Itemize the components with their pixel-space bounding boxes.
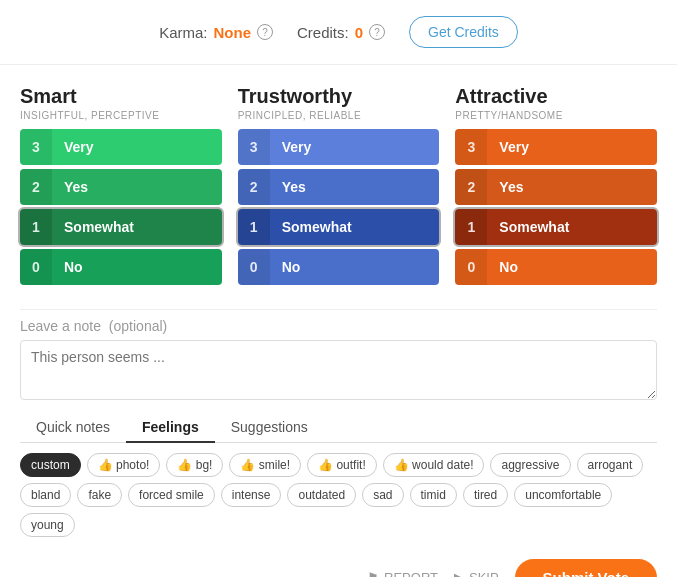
tabs-container: Quick notes Feelings Suggestions	[20, 413, 657, 443]
footer: ⚑ REPORT ▶ SKIP Submit Vote	[0, 545, 677, 577]
report-button[interactable]: ⚑ REPORT	[367, 570, 438, 577]
smart-somewhat-label: Somewhat	[52, 219, 222, 235]
trust-no-button[interactable]: 0 No	[238, 249, 440, 285]
smart-somewhat-button[interactable]: 1 Somewhat	[20, 209, 222, 245]
attractive-subtitle: PRETTY/HANDSOME	[455, 110, 657, 121]
tag-outdated[interactable]: outdated	[287, 483, 356, 507]
credits-label: Credits:	[297, 24, 349, 41]
optional-text: (optional)	[109, 318, 167, 334]
karma-help-icon[interactable]: ?	[257, 24, 273, 40]
tag-aggressive[interactable]: aggressive	[490, 453, 570, 477]
trust-very-label: Very	[270, 139, 440, 155]
tag-timid[interactable]: timid	[410, 483, 457, 507]
tab-feelings[interactable]: Feelings	[126, 413, 215, 443]
trustworthy-title: Trustworthy	[238, 85, 440, 108]
trust-yes-button[interactable]: 2 Yes	[238, 169, 440, 205]
tab-suggestions[interactable]: Suggestions	[215, 413, 324, 443]
smart-no-num: 0	[20, 249, 52, 285]
attract-no-button[interactable]: 0 No	[455, 249, 657, 285]
submit-vote-button[interactable]: Submit Vote	[515, 559, 657, 577]
credits-value: 0	[355, 24, 363, 41]
smart-subtitle: INSIGHTFUL, PERCEPTIVE	[20, 110, 222, 121]
trust-yes-label: Yes	[270, 179, 440, 195]
smart-no-label: No	[52, 259, 222, 275]
smart-no-button[interactable]: 0 No	[20, 249, 222, 285]
trust-somewhat-button[interactable]: 1 Somewhat	[238, 209, 440, 245]
tag--would-date[interactable]: 👍 would date!	[383, 453, 485, 477]
attract-very-label: Very	[487, 139, 657, 155]
tag-intense[interactable]: intense	[221, 483, 282, 507]
tag--smile[interactable]: 👍 smile!	[229, 453, 301, 477]
attract-yes-button[interactable]: 2 Yes	[455, 169, 657, 205]
attract-somewhat-label: Somewhat	[487, 219, 657, 235]
tag-uncomfortable[interactable]: uncomfortable	[514, 483, 612, 507]
tag-fake[interactable]: fake	[77, 483, 122, 507]
get-credits-button[interactable]: Get Credits	[409, 16, 518, 48]
report-icon: ⚑	[367, 570, 379, 577]
attract-yes-num: 2	[455, 169, 487, 205]
smart-somewhat-num: 1	[20, 209, 52, 245]
tag-arrogant[interactable]: arrogant	[577, 453, 644, 477]
credits-section: Credits: 0 ?	[297, 24, 385, 41]
attract-no-num: 0	[455, 249, 487, 285]
tag-custom[interactable]: custom	[20, 453, 81, 477]
trust-no-num: 0	[238, 249, 270, 285]
trustworthy-subtitle: PRINCIPLED, RELIABLE	[238, 110, 440, 121]
quick-notes-section: Quick notes Feelings Suggestions custom👍…	[20, 413, 657, 537]
tag--bg[interactable]: 👍 bg!	[166, 453, 223, 477]
smart-title: Smart	[20, 85, 222, 108]
smart-yes-num: 2	[20, 169, 52, 205]
trustworthy-column: Trustworthy PRINCIPLED, RELIABLE 3 Very …	[238, 85, 440, 289]
trust-yes-num: 2	[238, 169, 270, 205]
trust-very-num: 3	[238, 129, 270, 165]
trust-no-label: No	[270, 259, 440, 275]
attract-no-label: No	[487, 259, 657, 275]
smart-yes-label: Yes	[52, 179, 222, 195]
attract-yes-label: Yes	[487, 179, 657, 195]
attract-very-num: 3	[455, 129, 487, 165]
trust-somewhat-num: 1	[238, 209, 270, 245]
trust-somewhat-label: Somewhat	[270, 219, 440, 235]
tag-forced-smile[interactable]: forced smile	[128, 483, 215, 507]
attract-very-button[interactable]: 3 Very	[455, 129, 657, 165]
smart-very-button[interactable]: 3 Very	[20, 129, 222, 165]
smart-column: Smart INSIGHTFUL, PERCEPTIVE 3 Very 2 Ye…	[20, 85, 222, 289]
leave-note-label: Leave a note (optional)	[20, 318, 657, 334]
karma-value: None	[214, 24, 252, 41]
attract-somewhat-num: 1	[455, 209, 487, 245]
tags-container: custom👍 photo!👍 bg!👍 smile!👍 outfit!👍 wo…	[20, 453, 657, 537]
main-content: Smart INSIGHTFUL, PERCEPTIVE 3 Very 2 Ye…	[0, 65, 677, 537]
tag-sad[interactable]: sad	[362, 483, 403, 507]
skip-button[interactable]: ▶ SKIP	[454, 570, 499, 577]
smart-yes-button[interactable]: 2 Yes	[20, 169, 222, 205]
karma-label: Karma:	[159, 24, 207, 41]
tag--outfit[interactable]: 👍 outfit!	[307, 453, 377, 477]
header: Karma: None ? Credits: 0 ? Get Credits	[0, 0, 677, 65]
tag-tired[interactable]: tired	[463, 483, 508, 507]
attract-somewhat-button[interactable]: 1 Somewhat	[455, 209, 657, 245]
trust-very-button[interactable]: 3 Very	[238, 129, 440, 165]
credits-help-icon[interactable]: ?	[369, 24, 385, 40]
smart-very-num: 3	[20, 129, 52, 165]
tab-quick-notes[interactable]: Quick notes	[20, 413, 126, 443]
attractive-column: Attractive PRETTY/HANDSOME 3 Very 2 Yes …	[455, 85, 657, 289]
tag-bland[interactable]: bland	[20, 483, 71, 507]
rating-columns: Smart INSIGHTFUL, PERCEPTIVE 3 Very 2 Ye…	[20, 85, 657, 289]
attractive-title: Attractive	[455, 85, 657, 108]
smart-very-label: Very	[52, 139, 222, 155]
note-textarea[interactable]	[20, 340, 657, 400]
skip-icon: ▶	[454, 570, 464, 577]
tag-young[interactable]: young	[20, 513, 75, 537]
leave-note-section: Leave a note (optional)	[20, 318, 657, 403]
karma-section: Karma: None ?	[159, 24, 273, 41]
tag--photo[interactable]: 👍 photo!	[87, 453, 161, 477]
section-divider	[20, 309, 657, 310]
